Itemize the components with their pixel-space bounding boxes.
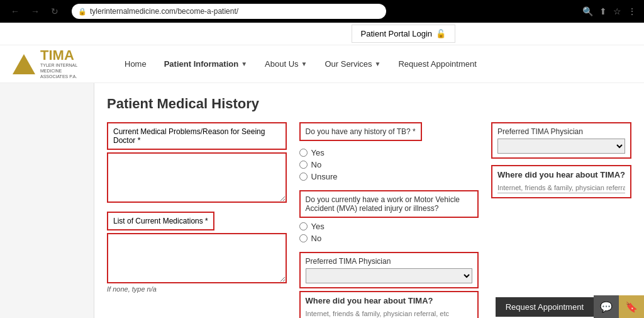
nav-about-label: About Us xyxy=(265,45,298,83)
search-icon[interactable]: 🔍 xyxy=(582,6,593,16)
mva-no-label: No xyxy=(311,234,322,243)
medications-label-box: List of Current Medications * xyxy=(107,212,214,230)
mva-option-yes[interactable]: Yes xyxy=(299,222,479,231)
nav-home-label: Home xyxy=(125,45,147,83)
bookmark-bottom-icon[interactable]: 🔖 xyxy=(619,295,644,318)
form-title: Patient Medical History xyxy=(107,96,631,112)
right-physician-select[interactable] xyxy=(497,139,625,154)
refresh-button[interactable]: ↻ xyxy=(48,5,62,18)
chevron-down-icon: ▼ xyxy=(301,45,308,83)
tb-required: * xyxy=(411,127,416,136)
left-sidebar xyxy=(0,83,94,318)
mva-question-box: Do you currently have a work or Motor Ve… xyxy=(299,190,479,218)
url-text: tylerinternalmedicine.com/become-a-patie… xyxy=(90,7,238,16)
tb-question-group: Do you have any history of TB? * Yes No xyxy=(299,122,479,181)
form-right-column: Do you have any history of TB? * Yes No xyxy=(299,122,479,318)
right-physician-label: Preferred TIMA Physician xyxy=(497,127,625,136)
portal-login-label: Patient Portal Login xyxy=(361,29,432,38)
nav-patient-label: Patient Information xyxy=(164,45,238,83)
logo-text: TIMA xyxy=(40,48,91,62)
nav-item-our-services[interactable]: Our Services ▼ xyxy=(316,45,389,83)
tb-radio-unsure[interactable] xyxy=(299,173,308,181)
preferred-physician-select[interactable] xyxy=(306,268,473,283)
tb-option-no[interactable]: No xyxy=(299,160,479,169)
preferred-physician-group: Preferred TIMA Physician xyxy=(299,252,479,288)
tb-radio-no[interactable] xyxy=(299,161,308,169)
current-medical-problems-group: Current Medical Problems/Reason for Seei… xyxy=(107,122,287,203)
current-medical-problems-textarea[interactable] xyxy=(107,152,287,203)
portal-bar: Patient Portal Login 🔓 xyxy=(0,23,644,45)
nav-services-label: Our Services xyxy=(325,45,372,83)
chat-icon[interactable]: 💬 xyxy=(594,295,619,318)
mva-radio-group: Yes No xyxy=(299,222,479,243)
nav-item-patient-information[interactable]: Patient Information ▼ xyxy=(155,45,256,83)
medications-hint: If none, type n/a xyxy=(107,285,287,293)
current-medical-problems-label-box: Current Medical Problems/Reason for Seei… xyxy=(107,122,287,150)
preferred-physician-label: Preferred TIMA Physician xyxy=(306,257,473,266)
tb-radio-group: Yes No Unsure xyxy=(299,148,479,181)
current-medical-problems-required: * xyxy=(135,136,140,145)
right-hear-label: Where did you hear about TIMA? xyxy=(497,170,625,179)
right-preferred-physician-group: Preferred TIMA Physician xyxy=(491,122,631,159)
mva-radio-no[interactable] xyxy=(299,234,308,242)
bookmark-icon[interactable]: ☆ xyxy=(613,6,621,16)
main-content: Patient Medical History Current Medical … xyxy=(0,83,644,318)
nav-menu: Home Patient Information ▼ About Us ▼ Ou… xyxy=(116,45,486,83)
logo-subtitle: TYLER INTERNAL MEDICINEASSOCIATES P.A. xyxy=(40,62,91,79)
form-area: Patient Medical History Current Medical … xyxy=(94,83,644,318)
mva-question-text: Do you currently have a work or Motor Ve… xyxy=(306,195,460,213)
request-appointment-button[interactable]: Request Appointment xyxy=(496,297,594,317)
hear-about-group: Where did you hear about TIMA? xyxy=(299,291,479,318)
chevron-down-icon: ▼ xyxy=(375,45,381,83)
mva-question-group: Do you currently have a work or Motor Ve… xyxy=(299,190,479,243)
tb-question-box: Do you have any history of TB? * xyxy=(299,122,422,141)
form-left-column: Current Medical Problems/Reason for Seei… xyxy=(107,122,287,318)
tb-yes-label: Yes xyxy=(311,148,325,157)
forward-button[interactable]: → xyxy=(28,5,43,18)
logo-area[interactable]: TIMA TYLER INTERNAL MEDICINEASSOCIATES P… xyxy=(13,48,91,79)
nav-request-label: Request Appointment xyxy=(398,45,476,83)
back-button[interactable]: ← xyxy=(8,5,23,18)
right-hear-about-group: Where did you hear about TIMA? xyxy=(491,165,631,198)
tb-unsure-label: Unsure xyxy=(311,172,338,181)
hear-about-input[interactable] xyxy=(306,309,473,318)
tb-question-text: Do you have any history of TB? xyxy=(306,127,411,136)
mva-radio-yes[interactable] xyxy=(299,222,308,230)
address-bar[interactable]: 🔒 tylerinternalmedicine.com/become-a-pat… xyxy=(72,4,386,19)
right-hear-input[interactable] xyxy=(497,183,625,193)
medications-label: List of Current Medications xyxy=(113,217,203,225)
chevron-down-icon: ▼ xyxy=(241,45,247,83)
tb-radio-yes[interactable] xyxy=(299,149,308,157)
tb-option-unsure[interactable]: Unsure xyxy=(299,172,479,181)
portal-login-icon: 🔓 xyxy=(436,29,446,38)
tb-option-yes[interactable]: Yes xyxy=(299,148,479,157)
share-icon[interactable]: ⬆ xyxy=(599,6,607,16)
medications-textarea[interactable] xyxy=(107,233,287,283)
mva-yes-label: Yes xyxy=(311,222,325,231)
tb-no-label: No xyxy=(311,160,322,169)
lock-icon: 🔒 xyxy=(78,8,87,16)
medications-required: * xyxy=(203,217,208,225)
portal-login-button[interactable]: Patient Portal Login 🔓 xyxy=(352,25,455,43)
form-columns: Current Medical Problems/Reason for Seei… xyxy=(107,122,631,318)
medications-group: List of Current Medications * If none, t… xyxy=(107,212,287,293)
logo-triangle-icon xyxy=(13,54,35,74)
nav-item-home[interactable]: Home xyxy=(116,45,155,83)
form-far-right-column: Preferred TIMA Physician Where did you h… xyxy=(491,122,631,318)
mva-option-no[interactable]: No xyxy=(299,234,479,243)
menu-icon[interactable]: ⋮ xyxy=(628,6,636,16)
bottom-bar: Request Appointment 💬 🔖 xyxy=(496,295,644,318)
nav-item-about-us[interactable]: About Us ▼ xyxy=(256,45,316,83)
nav-item-request-appointment[interactable]: Request Appointment xyxy=(389,45,485,83)
site-header: TIMA TYLER INTERNAL MEDICINEASSOCIATES P… xyxy=(0,45,644,83)
hear-about-label: Where did you hear about TIMA? xyxy=(306,296,473,305)
